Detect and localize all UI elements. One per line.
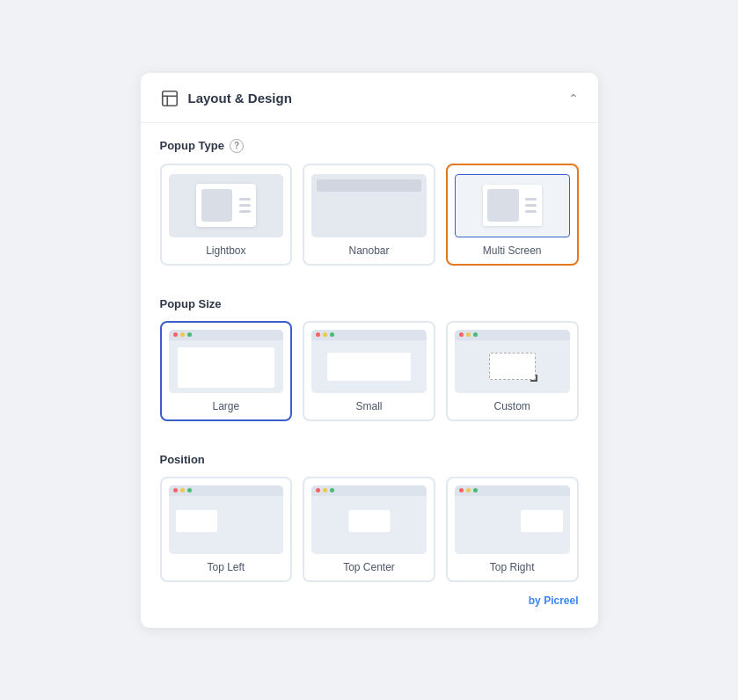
size-card-custom[interactable]: Custom [446, 321, 579, 421]
small-size-preview [311, 330, 427, 393]
top-left-preview [169, 485, 284, 554]
pos-card-top-left[interactable]: Top Left [160, 477, 293, 582]
dot-red [459, 332, 464, 337]
type-card-lightbox[interactable]: Lightbox [160, 164, 293, 266]
panel-header: Layout & Design ⌃ [141, 73, 598, 123]
top-right-label: Top Right [490, 561, 535, 573]
popup-type-help-icon[interactable]: ? [230, 139, 244, 153]
dot-green [330, 332, 334, 337]
dot-yellow [323, 488, 327, 492]
svg-rect-0 [162, 91, 177, 106]
dot-green [330, 488, 334, 492]
multiscreen-preview [455, 174, 570, 237]
dot-yellow [466, 488, 471, 492]
layout-design-panel: Layout & Design ⌃ Popup Type ? [141, 73, 598, 628]
picreel-brand: by Picreel [529, 594, 579, 607]
popup-type-section: Popup Type ? Lightbox [141, 123, 598, 266]
layout-icon [160, 89, 179, 108]
type-card-nanobar[interactable]: Nanobar [303, 164, 435, 266]
lightbox-label: Lightbox [206, 244, 245, 257]
custom-label: Custom [494, 400, 530, 412]
small-label: Small [356, 400, 383, 412]
dot-red [316, 332, 320, 337]
size-card-small[interactable]: Small [303, 321, 435, 421]
position-section: Position Top Left [141, 437, 598, 582]
top-center-label: Top Center [343, 561, 395, 573]
picreel-link[interactable]: Picreel [544, 594, 578, 607]
resize-handle-icon [530, 375, 537, 382]
top-left-label: Top Left [207, 561, 245, 573]
popup-type-label: Popup Type ? [160, 139, 579, 153]
dot-green [473, 332, 478, 337]
large-size-preview [169, 330, 284, 393]
dot-red [173, 488, 178, 492]
lightbox-preview [169, 174, 284, 237]
popup-type-grid: Lightbox Nanobar [160, 164, 579, 266]
popup-size-grid: Large Small [160, 321, 579, 421]
position-grid: Top Left Top Center [160, 477, 579, 582]
dot-green [187, 332, 192, 337]
pos-card-top-right[interactable]: Top Right [446, 477, 579, 582]
multiscreen-label: Multi Screen [483, 244, 542, 257]
popup-size-label: Popup Size [160, 297, 579, 310]
dot-green [187, 488, 192, 492]
footer: by Picreel [141, 582, 598, 610]
dot-red [459, 488, 464, 492]
dot-red [173, 332, 178, 337]
dot-yellow [180, 332, 185, 337]
top-right-preview [455, 485, 570, 554]
dot-yellow [466, 332, 471, 337]
nanobar-label: Nanobar [348, 244, 389, 257]
top-center-preview [311, 485, 427, 554]
dot-yellow [180, 488, 185, 492]
large-label: Large [212, 400, 239, 412]
nanobar-preview [311, 174, 427, 237]
pos-card-top-center[interactable]: Top Center [303, 477, 435, 582]
panel-header-left: Layout & Design [160, 89, 292, 108]
dot-green [473, 488, 478, 492]
size-card-large[interactable]: Large [160, 321, 293, 421]
dot-red [316, 488, 320, 492]
custom-size-preview [455, 330, 570, 393]
type-card-multiscreen[interactable]: Multi Screen [446, 164, 579, 266]
popup-size-section: Popup Size Large [141, 281, 598, 421]
panel-title: Layout & Design [188, 91, 292, 106]
position-label: Position [160, 453, 579, 466]
collapse-button[interactable]: ⌃ [568, 91, 579, 106]
dot-yellow [323, 332, 327, 337]
